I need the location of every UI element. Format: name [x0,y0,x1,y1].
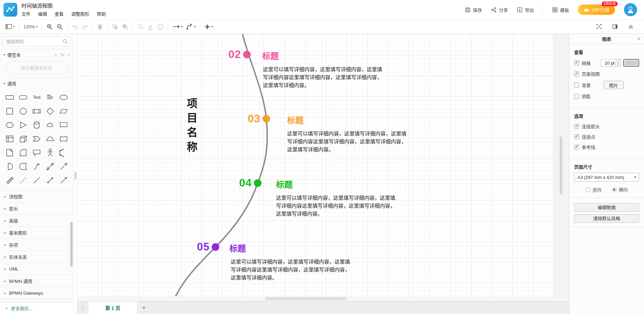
scratchpad-dropzone[interactable]: 把元素拖至此处 [6,61,68,74]
guides-checkbox[interactable] [574,145,579,150]
redo-button[interactable] [80,22,90,31]
shape-text[interactable]: Text [31,92,42,103]
shape-internal-storage[interactable] [4,133,15,144]
category-uml[interactable]: ▸UML [0,263,73,275]
timeline-title-04[interactable]: 标题 [276,178,293,190]
category-entity-relation[interactable]: ▸实体关系 [0,250,73,263]
insert-shape-dropdown[interactable]: ▾ [203,22,215,31]
shape-note[interactable] [4,147,15,158]
zoom-in-button[interactable] [45,22,55,31]
shape-process[interactable] [31,106,42,117]
scratchpad-section-header[interactable]: ▾ 便签本 + ✎ × [0,49,73,60]
menu-help[interactable]: 帮助 [97,10,106,17]
category-flowchart[interactable]: ▸流程图 [0,190,73,202]
menu-edit[interactable]: 编辑 [38,10,47,17]
shape-and[interactable] [4,161,15,172]
edit-data-button[interactable]: 编辑数据 [574,203,639,212]
add-page-button[interactable]: + [137,302,151,314]
shape-arrow-line[interactable] [58,175,69,186]
timeline-title-05[interactable]: 标题 [229,242,246,254]
page-view-button[interactable]: ▾ [3,22,17,31]
scratchpad-close-icon[interactable]: × [67,52,70,57]
shape-step[interactable] [31,133,42,144]
page-size-select[interactable]: A3 (297 mm x 420 mm) ▾ [574,173,639,182]
shape-data-storage[interactable] [18,161,29,172]
shape-card[interactable] [18,147,29,158]
vertical-scrollbar[interactable] [560,136,562,194]
template-button[interactable]: 模板 [552,7,569,13]
pages-menu-icon[interactable]: ⋮ [77,302,89,314]
collapse-toolbar-button[interactable] [626,22,636,31]
shape-callout[interactable] [31,147,42,158]
zoom-out-button[interactable] [55,22,65,31]
page-view-checkbox[interactable] [574,72,579,76]
shape-dashed-line[interactable] [18,175,29,186]
shape-curve-arrow[interactable] [31,161,42,172]
shape-textblock[interactable] [45,92,56,103]
shape-actor[interactable] [45,147,56,158]
delete-button[interactable] [95,22,105,31]
shape-line[interactable] [31,175,42,186]
app-logo-icon[interactable] [3,3,17,17]
timeline-dot-05[interactable] [212,243,219,251]
shape-cloud[interactable] [45,120,56,131]
timeline-dot-03[interactable] [263,115,270,123]
grid-size-input[interactable] [601,59,616,67]
shape-double-arrow-line[interactable] [45,175,56,186]
shape-circle[interactable] [18,106,29,117]
project-name-label[interactable]: 项目名称 [184,98,197,156]
save-button[interactable]: 保存 [465,7,482,13]
portrait-radio[interactable] [586,187,590,192]
scratchpad-add-icon[interactable]: + [55,52,57,57]
landscape-radio[interactable] [612,187,617,192]
shape-or[interactable] [58,147,69,158]
menu-view[interactable]: 查看 [55,10,64,17]
toggle-panel-button[interactable] [610,22,620,31]
drawing-canvas[interactable]: 项目名称 02 标题 这里可以填写详细内容，这里填写详细内容，这里填写详细内容这… [77,34,553,296]
timeline-desc-04[interactable]: 这里可以填写详细内容，这里填写详细内容，这里填写详细内容这里填写详细内容，这里填… [276,194,398,218]
shape-cylinder[interactable] [31,120,42,131]
shape-square[interactable] [4,106,15,117]
shape-search-input[interactable] [3,37,71,46]
background-checkbox[interactable] [574,83,579,87]
connect-points-checkbox[interactable] [574,134,579,139]
grid-color-swatch[interactable] [623,59,639,67]
timeline-desc-02[interactable]: 这里可以填写详细内容，这里填写详细内容，这里填写详细内容这里填写详细内容，这里填… [263,65,385,89]
portrait-option[interactable]: 竖向 [586,186,601,193]
category-bpmn-general[interactable]: ▸BPMN 通用 [0,275,73,287]
timeline-number-05[interactable]: 05 [185,240,210,254]
connector-style-dropdown[interactable]: ▾ [184,22,197,31]
shape-tape[interactable] [58,133,69,144]
menu-arrange[interactable]: 调整图形 [71,10,89,17]
fullscreen-button[interactable] [594,22,604,31]
shape-triangle[interactable] [18,120,29,131]
shape-trapezoid[interactable] [45,133,56,144]
arrow-style-dropdown[interactable]: ▾ [171,23,184,30]
timeline-number-02[interactable]: 02 [217,48,241,61]
shape-bidirectional-arrow[interactable] [45,161,56,172]
share-button[interactable]: 分享 [491,7,508,13]
timeline-desc-03[interactable]: 这里可以填写详细内容，这里填写详细内容，这里填写详细内容这里填写详细内容，这里填… [287,130,409,153]
avatar[interactable] [624,3,637,16]
vip-button[interactable]: VIP介绍 2周年庆 [578,4,615,15]
category-basic-shapes[interactable]: ▸基本图形 [0,226,73,238]
shape-parallelogram[interactable] [58,106,69,117]
clear-default-style-button[interactable]: 清除默认风格 [574,214,639,223]
timeline-desc-05[interactable]: 这里可以填写详细内容，这里填写详细内容，这里填写详细内容这里填写详细内容，这里填… [231,258,352,282]
category-bpmn-gateways[interactable]: ▸BPMN Gateways [0,287,73,299]
shape-rounded-rectangle[interactable] [18,92,29,103]
send-to-back-button[interactable] [120,22,130,31]
menu-file[interactable]: 文件 [21,10,30,17]
line-color-button[interactable] [145,22,155,31]
shape-style-button[interactable] [155,22,165,31]
sidebar-scrollbar[interactable] [70,222,73,267]
category-arrows[interactable]: ▸箭头 [0,202,73,214]
fill-color-button[interactable] [135,22,145,31]
shape-cube[interactable] [18,133,29,144]
category-advanced[interactable]: ▸高级 [0,214,73,226]
shape-hexagon[interactable] [4,120,15,131]
shape-ellipse[interactable] [58,92,69,103]
timeline-number-03[interactable]: 03 [236,112,260,126]
shape-diamond[interactable] [45,106,56,117]
grid-size-stepper[interactable]: ▴ ▾ [616,59,621,67]
